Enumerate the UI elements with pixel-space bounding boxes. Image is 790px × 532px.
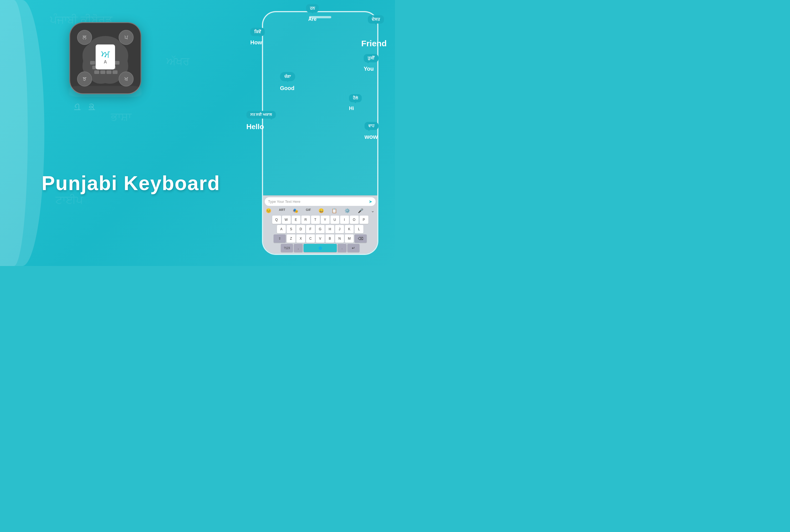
key-p[interactable]: P [359, 215, 369, 224]
bubble-hello-p-container: ਹੈਲੋ Hi [349, 94, 362, 111]
key-n[interactable]: N [335, 234, 344, 243]
kb-row-4: ?123 , 🌐 . ↵ [265, 244, 376, 252]
bubble-dost: ਦੇਸਤ [368, 15, 384, 23]
text-input-bar[interactable]: Type Your Text Here ➤ [265, 197, 376, 206]
keyboard-area: Type Your Text Here ➤ 😊 ART 🎭 GIF 😀 📋 ⚙️… [263, 195, 377, 254]
key-c[interactable]: C [306, 234, 315, 243]
chevron-icon[interactable]: ⌄ [371, 208, 375, 213]
app-icon: ਲ ਪ ਝ ਖ ਅ A [69, 22, 142, 94]
bubble-satakal: ਸਤ ਸਰੀ ਅਕਾਲ [246, 111, 276, 119]
svg-rect-10 [100, 70, 105, 74]
clipboard-icon[interactable]: 📋 [332, 208, 337, 213]
kb-row-3: ⇧ Z X C V B N M ⌫ [265, 234, 376, 243]
key-r[interactable]: R [301, 215, 310, 224]
kb-row-1: Q W E R T Y U I O P [265, 215, 376, 224]
bubble-hello-p: ਹੈਲੋ [349, 94, 362, 102]
word-friend: Friend [361, 39, 387, 48]
phone-mockup: Type Your Text Here ➤ 😊 ART 🎭 GIF 😀 📋 ⚙️… [262, 11, 378, 255]
svg-rect-0 [90, 61, 95, 64]
key-e[interactable]: E [291, 215, 300, 224]
bubble-kive: ਕਿਵੇਂ [250, 28, 265, 36]
key-b[interactable]: B [325, 234, 334, 243]
gif-icon[interactable]: GIF [306, 208, 311, 213]
bubble-han-tail [311, 12, 314, 15]
svg-rect-9 [94, 70, 99, 74]
bubble-changa: ਚੰਗਾ [280, 72, 295, 81]
reflection-chars: ਹ ਭ [74, 101, 95, 113]
svg-rect-4 [114, 61, 119, 64]
word-you: You [364, 66, 378, 72]
key-comma[interactable]: , [294, 244, 303, 252]
smiley-icon[interactable]: 😀 [319, 208, 324, 213]
text-input-placeholder: Type Your Text Here [268, 200, 300, 204]
bubble-changa-tail [286, 80, 290, 84]
key-d[interactable]: D [296, 225, 305, 233]
key-v[interactable]: V [316, 234, 325, 243]
app-icon-reflection [69, 86, 142, 97]
bubble-vaah-container: ਵਾਹ wow [364, 122, 378, 140]
word-good: Good [280, 85, 295, 92]
art-icon[interactable]: ART [279, 208, 285, 213]
key-q[interactable]: Q [272, 215, 281, 224]
svg-rect-11 [107, 70, 111, 74]
key-g[interactable]: G [316, 225, 325, 233]
key-shift[interactable]: ⇧ [274, 234, 286, 243]
key-k[interactable]: K [345, 225, 354, 233]
key-l[interactable]: L [355, 225, 363, 233]
emoji-toolbar: 😊 ART 🎭 GIF 😀 📋 ⚙️ 🎤 ⌄ [265, 208, 376, 214]
center-key-latin: A [104, 60, 107, 64]
bubble-satakal-container: ਸਤ ਸਰੀ ਅਕਾਲ Hello [246, 111, 276, 131]
emoji-icon[interactable]: 😊 [266, 208, 271, 213]
word-hi: Hi [349, 106, 362, 111]
svg-rect-12 [113, 70, 117, 74]
word-wow: wow [364, 133, 378, 140]
key-enter[interactable]: ↵ [347, 244, 359, 252]
bubble-vaah-tail [367, 129, 371, 133]
key-w[interactable]: W [282, 215, 291, 224]
key-numbers[interactable]: ?123 [281, 244, 293, 252]
key-h[interactable]: H [325, 225, 334, 233]
mic-icon[interactable]: 🎤 [358, 208, 363, 213]
key-i[interactable]: I [340, 215, 349, 224]
key-backspace[interactable]: ⌫ [355, 234, 367, 243]
corner-tl: ਲ [77, 30, 92, 45]
key-o[interactable]: O [350, 215, 359, 224]
send-icon[interactable]: ➤ [369, 199, 372, 204]
keyboard-main: Q W E R T Y U I O P A S D F G H J K [265, 215, 376, 252]
key-period[interactable]: . [338, 244, 346, 252]
key-space[interactable]: 🌐 [303, 244, 337, 252]
bubble-hello-p-tail [354, 102, 357, 105]
settings-icon[interactable]: ⚙️ [344, 208, 350, 213]
bubble-changa-container: ਚੰਗਾ Good [280, 72, 295, 92]
bubble-tusi: ਤੁਸੀਂ [364, 54, 378, 62]
center-key: ਅ A [96, 44, 115, 70]
word-are: Are [306, 16, 319, 22]
key-u[interactable]: U [331, 215, 339, 224]
key-y[interactable]: Y [321, 215, 330, 224]
bubble-kive-container: ਕਿਵੇਂ How [250, 28, 265, 46]
corner-bl: ਝ [77, 72, 92, 87]
key-m[interactable]: M [345, 234, 354, 243]
bubble-satakal-tail [270, 118, 273, 121]
word-hello: Hello [246, 122, 276, 131]
bubble-tusi-container: ਤੁਸੀਂ You [364, 54, 378, 72]
bubble-han: ਹਨ [306, 4, 319, 13]
word-how: How [250, 39, 265, 46]
key-s[interactable]: S [287, 225, 296, 233]
bubble-dost-container: ਦੇਸਤ [368, 15, 384, 23]
corner-br: ਖ [119, 72, 134, 87]
key-f[interactable]: F [306, 225, 315, 233]
bubble-dost-tail [374, 23, 378, 26]
key-a[interactable]: A [277, 225, 286, 233]
left-wave-2 [0, 0, 28, 266]
face-icon[interactable]: 🎭 [293, 208, 298, 213]
key-x[interactable]: X [296, 234, 305, 243]
bubble-tusi-tail [366, 62, 370, 65]
key-j[interactable]: J [335, 225, 344, 233]
key-t[interactable]: T [311, 215, 320, 224]
center-key-punjabi: ਅ [101, 50, 110, 60]
app-title: Punjabi Keyboard [42, 172, 220, 194]
key-z[interactable]: Z [287, 234, 296, 243]
bubble-vaah: ਵਾਹ [364, 122, 378, 130]
bubble-kive-tail [259, 36, 262, 39]
